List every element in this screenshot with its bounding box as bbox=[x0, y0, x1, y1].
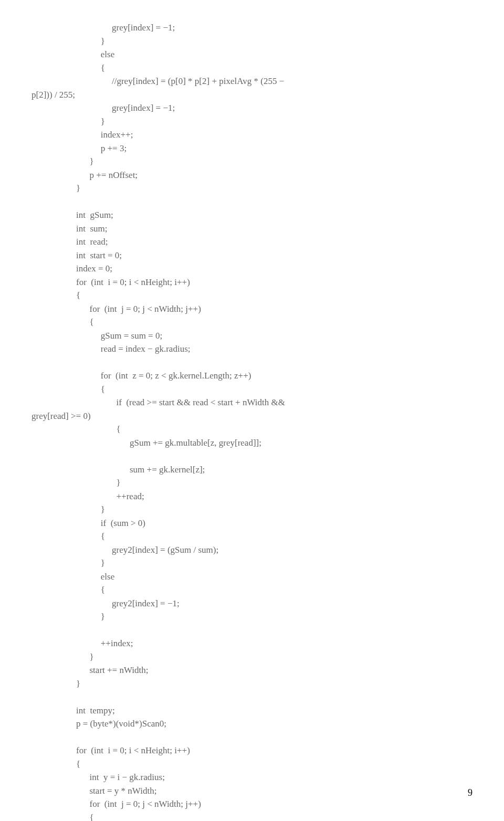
code-line: } bbox=[32, 677, 472, 691]
code-line: gSum = sum = 0; bbox=[32, 329, 472, 343]
code-line: { bbox=[32, 289, 472, 302]
code-line: for (int j = 0; j < nWidth; j++) bbox=[32, 797, 472, 811]
code-line: gSum += gk.multable[z, grey[read]]; bbox=[32, 436, 472, 450]
code-line: for (int i = 0; i < nHeight; i++) bbox=[32, 276, 472, 289]
code-line: grey2[index] = −1; bbox=[32, 597, 472, 611]
code-line: ++index; bbox=[32, 637, 472, 650]
code-line: grey[read] >= 0) bbox=[32, 409, 472, 423]
code-line: } bbox=[32, 35, 472, 48]
code-line: else bbox=[32, 48, 472, 61]
code-line: { bbox=[32, 61, 472, 75]
code-line: } bbox=[32, 155, 472, 169]
code-line: { bbox=[32, 757, 472, 771]
code-line: start += nWidth; bbox=[32, 664, 472, 677]
code-block: grey[index] = −1; } else { //grey[index]… bbox=[32, 21, 472, 821]
code-line: int gSum; bbox=[32, 208, 472, 222]
code-line: for (int z = 0; z < gk.kernel.Length; z+… bbox=[32, 369, 472, 383]
code-line: p += nOffset; bbox=[32, 169, 472, 182]
code-line: else bbox=[32, 570, 472, 584]
code-line: ++read; bbox=[32, 490, 472, 503]
code-line: int tempy; bbox=[32, 704, 472, 718]
code-line: int read; bbox=[32, 235, 472, 249]
code-line bbox=[32, 690, 472, 704]
code-line: p = (byte*)(void*)Scan0; bbox=[32, 717, 472, 731]
code-line: grey2[index] = (gSum / sum); bbox=[32, 543, 472, 557]
code-line: grey[index] = −1; bbox=[32, 101, 472, 115]
code-line bbox=[32, 731, 472, 744]
code-line: if (read >= start && read < start + nWid… bbox=[32, 396, 472, 409]
code-line: { bbox=[32, 423, 472, 436]
code-line: for (int j = 0; j < nWidth; j++) bbox=[32, 302, 472, 316]
code-line: int y = i − gk.radius; bbox=[32, 771, 472, 784]
code-line: { bbox=[32, 383, 472, 396]
code-line: read = index − gk.radius; bbox=[32, 342, 472, 356]
code-line: p += 3; bbox=[32, 142, 472, 155]
code-line: grey[index] = −1; bbox=[32, 21, 472, 35]
code-line: index++; bbox=[32, 128, 472, 142]
code-line: p[2])) / 255; bbox=[32, 88, 472, 102]
code-line bbox=[32, 449, 472, 463]
code-line: int sum; bbox=[32, 222, 472, 236]
code-line: { bbox=[32, 583, 472, 597]
code-line: //grey[index] = (p[0] * p[2] + pixelAvg … bbox=[32, 75, 472, 88]
code-line bbox=[32, 624, 472, 637]
code-line: sum += gk.kernel[z]; bbox=[32, 463, 472, 477]
code-line: { bbox=[32, 811, 472, 822]
code-line: for (int i = 0; i < nHeight; i++) bbox=[32, 744, 472, 757]
code-line: { bbox=[32, 315, 472, 329]
code-line: } bbox=[32, 115, 472, 129]
code-line: index = 0; bbox=[32, 262, 472, 276]
page-number: 9 bbox=[468, 786, 472, 800]
code-line: } bbox=[32, 503, 472, 517]
code-line: { bbox=[32, 530, 472, 543]
code-line bbox=[32, 195, 472, 209]
code-line: if (sum > 0) bbox=[32, 517, 472, 530]
code-line bbox=[32, 356, 472, 370]
code-line: } bbox=[32, 610, 472, 624]
code-line: } bbox=[32, 556, 472, 570]
code-line: } bbox=[32, 650, 472, 664]
code-line: } bbox=[32, 476, 472, 490]
code-line: int start = 0; bbox=[32, 249, 472, 262]
code-line: } bbox=[32, 182, 472, 195]
code-line: start = y * nWidth; bbox=[32, 784, 472, 798]
